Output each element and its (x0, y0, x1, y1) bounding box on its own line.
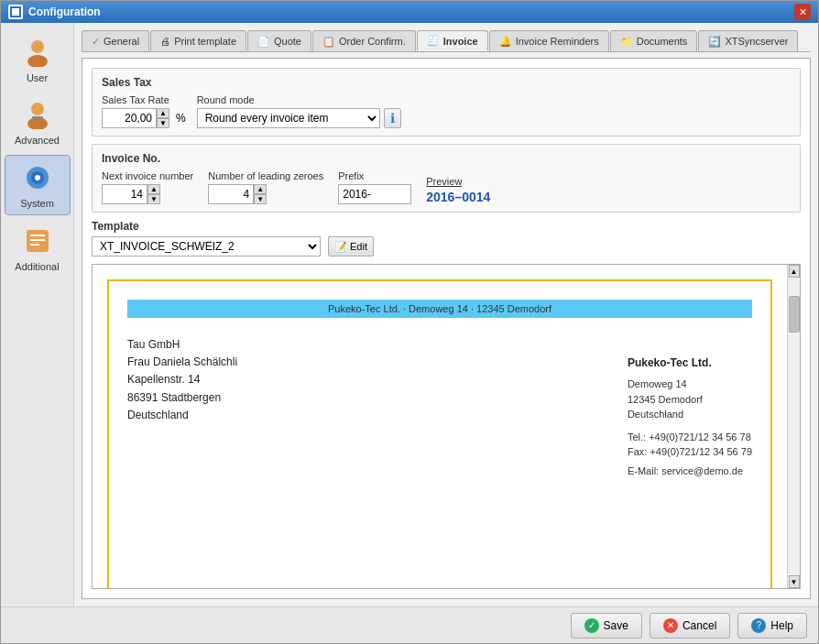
tab-invoice[interactable]: 🧾 Invoice (417, 30, 488, 51)
advanced-icon (21, 98, 54, 131)
edit-template-button[interactable]: 📝 Edit (328, 236, 374, 257)
preview-value: 2016–0014 (426, 190, 490, 204)
preview-group: Preview 2016–0014 (426, 176, 490, 204)
next-invoice-number-label: Next invoice number (102, 170, 193, 181)
preview-label: Preview (426, 176, 490, 187)
template-select[interactable]: XT_INVOICE_SCHWEIZ_2 XT_INVOICE_DEFAULT (92, 236, 321, 257)
invoice-sender: Pukeko-Tec Ltd. Demoweg 14 12345 Demodor… (628, 355, 752, 478)
sidebar-item-advanced[interactable]: Advanced (5, 93, 71, 151)
help-icon: ? (751, 618, 766, 633)
sidebar-label-system: System (20, 198, 54, 209)
right-panel: ✓ General 🖨 Print template 📄 Quote 📋 Ord… (74, 23, 818, 606)
help-button[interactable]: ? Help (737, 613, 807, 639)
leading-zeroes-up[interactable]: ▲ (254, 184, 267, 194)
prefix-group: Prefix (338, 170, 411, 204)
tab-quote[interactable]: 📄 Quote (247, 30, 311, 51)
title-text: Configuration (28, 5, 101, 18)
additional-icon (21, 224, 54, 257)
title-bar: Configuration ✕ (1, 1, 818, 23)
scrollbar-thumb[interactable] (789, 296, 800, 333)
tab-invoice-reminders[interactable]: 🔔 Invoice Reminders (489, 30, 609, 51)
sidebar-label-additional: Additional (15, 261, 59, 272)
tab-xtsyncserver[interactable]: 🔄 XTSyncserver (698, 30, 798, 51)
sender-addr2: 12345 Demodorf (628, 392, 752, 408)
info-icon: ℹ (390, 111, 395, 126)
leading-zeroes-spinner: ▲ ▼ (254, 184, 267, 204)
close-button[interactable]: ✕ (794, 4, 811, 20)
scroll-down-button[interactable]: ▼ (789, 575, 800, 588)
cancel-icon: ✕ (663, 618, 678, 633)
svg-point-9 (35, 175, 40, 180)
sender-addr1: Demoweg 14 (628, 377, 752, 392)
template-label: Template (92, 220, 801, 233)
next-invoice-number-group: Next invoice number ▲ ▼ (102, 170, 193, 204)
system-icon (21, 161, 54, 194)
leading-zeroes-input-group: ▲ ▼ (208, 184, 323, 204)
next-invoice-number-spinner: ▲ ▼ (147, 184, 160, 204)
sales-tax-section: Sales Tax Sales Tax Rate ▲ ▼ (92, 68, 801, 136)
scroll-up-button[interactable]: ▲ (789, 265, 800, 278)
invoice-preview: Pukeko-Tec Ltd. · Demoweg 14 · 12345 Dem… (107, 279, 772, 588)
invoice-no-label: Invoice No. (102, 152, 791, 165)
prefix-input[interactable] (338, 184, 411, 204)
svg-rect-11 (30, 235, 45, 236)
svg-rect-1 (12, 8, 19, 16)
round-mode-group: Round mode Round every invoice item Roun… (197, 94, 401, 128)
tab-order-confirm[interactable]: 📋 Order Confirm. (312, 30, 416, 51)
tab-documents[interactable]: 📁 Documents (610, 30, 698, 51)
user-icon (21, 36, 54, 69)
svg-rect-6 (32, 116, 43, 119)
sidebar-item-system[interactable]: System (5, 155, 71, 215)
sales-tax-label: Sales Tax (102, 76, 791, 89)
sidebar: User Advanced (1, 23, 74, 606)
round-mode-label: Round mode (197, 94, 401, 105)
tab-general[interactable]: ✓ General (82, 30, 149, 51)
sender-tel: Tel.: +49(0)721/12 34 56 78 (628, 430, 752, 445)
svg-point-3 (27, 55, 48, 67)
invoice-header-bar: Pukeko-Tec Ltd. · Demoweg 14 · 12345 Dem… (127, 300, 752, 318)
content-area: Sales Tax Sales Tax Rate ▲ ▼ (82, 58, 811, 599)
sales-tax-rate-label: Sales Tax Rate (102, 94, 186, 105)
bottom-bar: ✓ Save ✕ Cancel ? Help (1, 606, 818, 643)
sender-email: E-Mail: service@demo.de (628, 464, 752, 479)
configuration-window: Configuration ✕ User (0, 0, 819, 644)
sidebar-label-user: User (27, 72, 48, 83)
save-button[interactable]: ✓ Save (571, 613, 642, 639)
invoice-preview-area: Pukeko-Tec Ltd. · Demoweg 14 · 12345 Dem… (92, 264, 801, 589)
sales-tax-rate-up[interactable]: ▲ (157, 108, 169, 118)
leading-zeroes-group: Number of leading zeroes ▲ ▼ (208, 170, 323, 204)
save-icon: ✓ (584, 618, 599, 633)
sales-tax-rate-input-group: ▲ ▼ (102, 108, 169, 128)
leading-zeroes-input[interactable] (208, 184, 254, 204)
template-section: Template XT_INVOICE_SCHWEIZ_2 XT_INVOICE… (92, 220, 801, 257)
leading-zeroes-down[interactable]: ▼ (254, 194, 267, 204)
next-number-down[interactable]: ▼ (147, 194, 160, 204)
sender-addr3: Deutschland (628, 407, 752, 422)
svg-rect-13 (30, 244, 39, 246)
sales-tax-rate-group: Sales Tax Rate ▲ ▼ % (102, 94, 186, 128)
tab-bar: ✓ General 🖨 Print template 📄 Quote 📋 Ord… (82, 30, 811, 52)
round-mode-info-button[interactable]: ℹ (384, 108, 401, 128)
cancel-button[interactable]: ✕ Cancel (650, 613, 730, 639)
sidebar-item-user[interactable]: User (5, 30, 71, 89)
next-invoice-number-input[interactable] (102, 184, 147, 204)
sales-tax-rate-input[interactable] (102, 108, 157, 128)
round-mode-select[interactable]: Round every invoice item Round total No … (197, 108, 380, 128)
preview-scrollbar: ▲ ▼ (787, 265, 800, 588)
next-number-up[interactable]: ▲ (147, 184, 160, 194)
edit-icon: 📝 (334, 241, 347, 253)
invoice-no-section: Invoice No. Next invoice number ▲ ▼ (92, 144, 801, 213)
preview-content: Pukeko-Tec Ltd. · Demoweg 14 · 12345 Dem… (93, 265, 787, 588)
tab-print-template[interactable]: 🖨 Print template (150, 30, 246, 51)
percent-symbol: % (176, 112, 186, 125)
sales-tax-rate-down[interactable]: ▼ (157, 118, 169, 128)
sender-name: Pukeko-Tec Ltd. (628, 355, 752, 371)
svg-point-2 (31, 40, 44, 53)
sidebar-label-advanced: Advanced (15, 135, 60, 146)
sender-fax: Fax: +49(0)721/12 34 56 79 (628, 444, 752, 460)
svg-point-4 (31, 103, 44, 115)
prefix-label: Prefix (338, 170, 411, 181)
sidebar-item-additional[interactable]: Additional (5, 219, 71, 278)
app-icon (8, 5, 23, 19)
sales-tax-rate-spinner: ▲ ▼ (157, 108, 169, 128)
